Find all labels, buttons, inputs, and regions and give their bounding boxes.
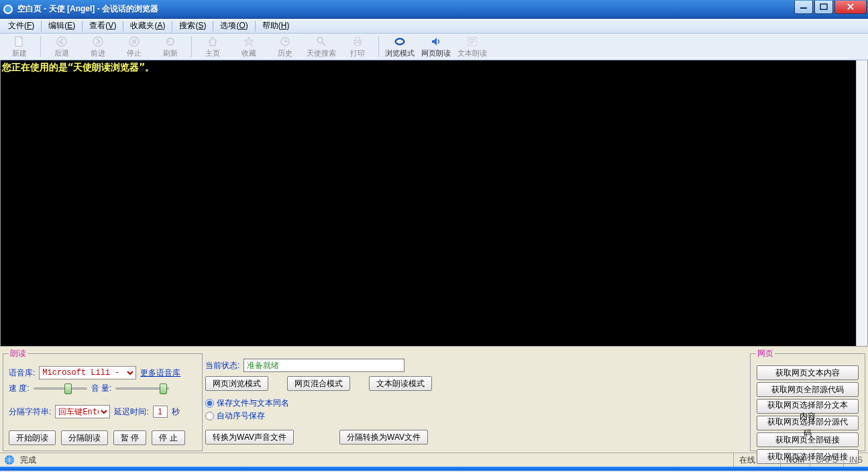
svg-rect-2: [800, 7, 807, 9]
tool-new[interactable]: 新建: [1, 34, 38, 60]
menu-options[interactable]: 选项(O): [215, 19, 253, 33]
print-icon: [351, 36, 364, 48]
history-icon: [279, 36, 291, 48]
voice-label: 语音库:: [9, 367, 35, 379]
menu-help[interactable]: 帮助(H): [257, 19, 295, 33]
status-label: 当前状态:: [205, 360, 239, 371]
svg-rect-3: [820, 4, 827, 9]
browser-viewport[interactable]: 您正在使用的是“天使朗读浏览器”。: [0, 60, 868, 347]
taskbar: [0, 467, 868, 471]
app-icon: [3, 4, 13, 15]
tool-text-read[interactable]: 文本朗读: [454, 34, 490, 60]
web-legend: 网页: [756, 348, 775, 359]
menu-file[interactable]: 文件(F): [3, 19, 40, 33]
tool-favorites[interactable]: 收藏: [231, 34, 267, 60]
separator-select[interactable]: 回车键Enter: [55, 405, 110, 418]
tool-home[interactable]: 主页: [195, 34, 231, 60]
stop-button[interactable]: 停 止: [152, 430, 184, 445]
toolbar: 新建 后退 前进 停止 刷新 主页 收藏 历史 天使搜索 打印 浏览模式 网页朗…: [0, 34, 868, 60]
read-legend: 朗读: [9, 348, 28, 359]
forward-icon: [92, 36, 104, 48]
home-icon: [207, 36, 219, 48]
content-area: 您正在使用的是“天使朗读浏览器”。: [0, 60, 868, 347]
statusbar: 完成 在线 NUM CAPS INS: [0, 453, 868, 467]
refresh-icon: [164, 36, 176, 48]
status-field: 准备就绪: [243, 359, 404, 372]
close-button[interactable]: [834, 1, 867, 14]
maximize-button[interactable]: [814, 1, 833, 14]
tool-stop[interactable]: 停止: [116, 34, 152, 60]
status-online: 在线: [733, 453, 780, 467]
svg-point-1: [5, 6, 11, 13]
svg-point-6: [93, 37, 103, 46]
separator-label: 分隔字符串:: [9, 406, 51, 418]
menubar: 文件(F) 编辑(E) 查看(V) 收藏夹(A) 搜索(S) 选项(O) 帮助(…: [0, 19, 868, 34]
more-voices-link[interactable]: 更多语音库: [140, 367, 180, 379]
get-all-links-button[interactable]: 获取网页全部链接: [757, 432, 859, 447]
menu-edit[interactable]: 编辑(E): [43, 19, 80, 33]
read-panel: 朗读 语音库: Microsoft Lili - Chines 更多语音库 速 …: [3, 348, 203, 451]
text-read-icon: [466, 36, 478, 48]
menu-favorites[interactable]: 收藏夹(A): [125, 19, 170, 33]
get-selected-source-button[interactable]: 获取网页选择部分源代码: [757, 416, 859, 430]
convert-wav-button[interactable]: 转换为WAV声音文件: [205, 430, 294, 445]
svg-point-5: [57, 37, 66, 46]
browse-mode-icon: [394, 36, 406, 48]
tool-browse-mode[interactable]: 浏览模式: [382, 34, 418, 60]
text-read-mode-button[interactable]: 文本朗读模式: [369, 376, 432, 391]
menu-search[interactable]: 搜索(S): [174, 19, 211, 33]
status-caps: CAPS: [810, 453, 843, 467]
globe-icon: [4, 455, 15, 465]
tool-print[interactable]: 打印: [339, 34, 376, 60]
tool-refresh[interactable]: 刷新: [152, 34, 188, 60]
status-num: NUM: [780, 453, 810, 467]
window-titlebar: 空白页 - 天使 [Angel] - 会说话的浏览器: [0, 0, 868, 19]
radio-auto-seq[interactable]: 自动序号保存: [205, 410, 747, 422]
stop-icon: [128, 36, 140, 48]
voice-select[interactable]: Microsoft Lili - Chines: [39, 366, 136, 379]
pause-button[interactable]: 暂 停: [113, 430, 146, 445]
speaker-icon: [430, 36, 442, 48]
tool-forward[interactable]: 前进: [80, 34, 116, 60]
get-selected-text-button[interactable]: 获取网页选择部分文本内容: [757, 399, 859, 414]
minimize-button[interactable]: [794, 1, 813, 14]
delay-input[interactable]: [153, 406, 168, 418]
delay-label: 延迟时间:: [114, 406, 148, 418]
web-panel: 网页 获取网页文本内容 获取网页全部源代码 获取网页选择部分文本内容 获取网页选…: [750, 348, 865, 451]
tool-page-read[interactable]: 网页朗读: [418, 34, 454, 60]
tool-back[interactable]: 后退: [44, 34, 80, 60]
volume-slider[interactable]: [115, 382, 169, 394]
status-done: 完成: [20, 455, 36, 466]
split-read-button[interactable]: 分隔朗读: [61, 430, 108, 445]
new-icon: [13, 36, 25, 48]
speed-slider[interactable]: [34, 382, 87, 394]
menu-view[interactable]: 查看(V): [84, 19, 121, 33]
bottom-panel: 朗读 语音库: Microsoft Lili - Chines 更多语音库 速 …: [0, 347, 868, 453]
svg-rect-12: [356, 43, 360, 46]
vertical-scrollbar[interactable]: [856, 60, 867, 346]
svg-point-14: [396, 40, 403, 44]
volume-label: 音 量:: [91, 383, 112, 394]
start-read-button[interactable]: 开始朗读: [9, 430, 56, 445]
speed-label: 速 度:: [9, 383, 30, 394]
star-icon: [243, 36, 255, 48]
get-page-text-button[interactable]: 获取网页文本内容: [757, 365, 859, 380]
window-title: 空白页 - 天使 [Angel] - 会说话的浏览器: [17, 3, 793, 15]
delay-unit: 秒: [172, 406, 180, 418]
tool-history[interactable]: 历史: [267, 34, 303, 60]
tool-angel-search[interactable]: 天使搜索: [303, 34, 339, 60]
search-icon: [315, 36, 327, 48]
mode-panel: 当前状态: 准备就绪 网页浏览模式 网页混合模式 文本朗读模式 保存文件与文本同…: [205, 348, 747, 451]
browse-mode-button[interactable]: 网页浏览模式: [205, 376, 268, 391]
mixed-mode-button[interactable]: 网页混合模式: [287, 376, 350, 391]
svg-rect-11: [356, 38, 360, 40]
window-controls: [793, 1, 867, 14]
get-page-source-button[interactable]: 获取网页全部源代码: [757, 382, 859, 397]
page-message: 您正在使用的是“天使朗读浏览器”。: [1, 60, 867, 75]
split-convert-wav-button[interactable]: 分隔转换为WAV文件: [339, 430, 428, 445]
status-ins: INS: [843, 453, 868, 467]
radio-same-name[interactable]: 保存文件与文本同名: [205, 398, 747, 409]
back-icon: [56, 36, 68, 48]
svg-point-9: [317, 38, 323, 43]
